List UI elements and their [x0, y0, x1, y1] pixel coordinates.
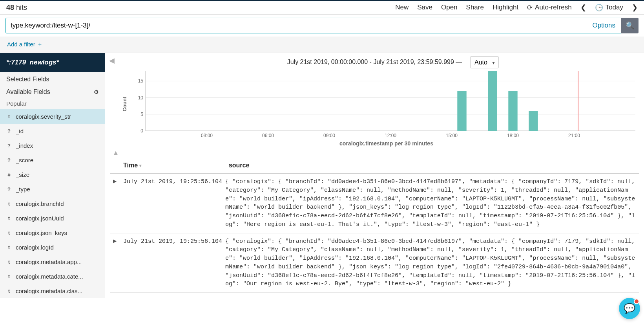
field-type-icon: t: [6, 288, 12, 294]
plus-icon: ＋: [37, 40, 43, 48]
field-name: coralogix.metadata.cate...: [16, 273, 83, 280]
field-type-icon: t: [6, 230, 12, 236]
expand-row-icon[interactable]: ▶: [113, 237, 123, 289]
row-source: { "coralogix": { "branchId": "dd0adee4-b…: [225, 237, 636, 289]
expand-row-icon[interactable]: ▶: [113, 178, 123, 229]
share-button[interactable]: Share: [466, 4, 484, 11]
available-fields-header: Available Fields ⚙: [0, 84, 105, 97]
field-type-icon: t: [6, 201, 12, 207]
add-filter-button[interactable]: Add a filter ＋: [7, 40, 43, 48]
field-name: _index: [16, 142, 33, 149]
svg-text:21:00: 21:00: [568, 133, 580, 138]
refresh-icon: ⟳: [527, 4, 533, 12]
field-item[interactable]: ?_id: [0, 124, 105, 138]
svg-text:18:00: 18:00: [507, 133, 519, 138]
search-options-link[interactable]: Options: [587, 22, 621, 29]
field-item[interactable]: tcoralogix.logId: [0, 240, 105, 255]
field-type-icon: ?: [6, 157, 12, 163]
table-row: ▶July 21st 2019, 19:25:56.104{ "coralogi…: [110, 174, 639, 233]
field-name: coralogix.branchId: [16, 200, 64, 207]
new-button[interactable]: New: [395, 4, 409, 11]
main-content: ◀ July 21st 2019, 00:00:00.000 - July 21…: [105, 53, 644, 298]
search-input-wrap: Options: [5, 18, 621, 33]
svg-text:5: 5: [140, 112, 143, 117]
hit-count: 48 hits: [6, 4, 27, 12]
index-pattern-selector[interactable]: *:7179_newlogs*: [0, 53, 105, 72]
row-source: { "coralogix": { "branchId": "dd0adee4-b…: [225, 178, 636, 229]
table-header: Time▾ _source: [110, 158, 639, 174]
time-next-button[interactable]: ❯: [632, 3, 638, 12]
svg-rect-20: [529, 111, 538, 131]
save-button[interactable]: Save: [417, 4, 432, 11]
row-time: July 21st 2019, 19:25:56.104: [123, 178, 225, 229]
field-type-icon: ?: [6, 143, 12, 149]
gear-icon[interactable]: ⚙: [94, 89, 99, 95]
search-input[interactable]: [6, 22, 587, 29]
field-type-icon: t: [6, 215, 12, 221]
interval-select[interactable]: Auto: [470, 56, 499, 68]
search-icon: 🔍: [626, 21, 634, 30]
clock-icon: 🕒: [595, 4, 603, 12]
highlight-button[interactable]: Highlight: [493, 4, 518, 11]
svg-text:06:00: 06:00: [262, 133, 274, 138]
sidebar: *:7179_newlogs* Selected Fields Availabl…: [0, 53, 105, 298]
field-name: _score: [16, 157, 33, 163]
svg-text:15:00: 15:00: [446, 133, 458, 138]
collapse-chart-icon[interactable]: ▲: [112, 149, 639, 157]
field-name: _type: [16, 186, 30, 193]
field-item[interactable]: tcoralogix.branchId: [0, 196, 105, 211]
selected-fields-header: Selected Fields: [0, 72, 105, 84]
field-type-icon: ?: [6, 186, 12, 192]
svg-text:15: 15: [138, 78, 144, 84]
chart-time-range: July 21st 2019, 00:00:00.000 - July 21st…: [110, 55, 639, 66]
svg-text:0: 0: [140, 128, 143, 134]
svg-rect-18: [488, 71, 497, 131]
topbar: 48 hits New Save Open Share Highlight ⟳A…: [0, 0, 644, 15]
auto-refresh-button[interactable]: ⟳Auto-refresh: [527, 4, 572, 12]
field-type-icon: t: [6, 114, 12, 119]
table-row: ▶July 21st 2019, 19:25:56.104{ "coralogi…: [110, 233, 639, 293]
row-time: July 21st 2019, 19:25:56.104: [123, 237, 225, 289]
topbar-actions: New Save Open Share Highlight ⟳Auto-refr…: [395, 3, 638, 12]
histogram-chart[interactable]: Count 05101503:0006:0009:0012:0015:0018:…: [122, 69, 639, 139]
time-picker-today[interactable]: 🕒Today: [595, 4, 623, 12]
column-time[interactable]: Time▾: [123, 162, 225, 169]
filter-bar: Add a filter ＋: [0, 37, 644, 53]
search-submit-button[interactable]: 🔍: [621, 18, 639, 33]
field-name: coralogix.metadata.app...: [16, 259, 82, 265]
field-item[interactable]: tcoralogix.jsonUuid: [0, 211, 105, 226]
field-type-icon: ?: [6, 128, 12, 134]
results-table: Time▾ _source ▶July 21st 2019, 19:25:56.…: [110, 158, 639, 293]
collapse-sidebar-icon[interactable]: ◀: [109, 56, 115, 65]
field-item[interactable]: ?_score: [0, 153, 105, 167]
svg-text:03:00: 03:00: [201, 133, 213, 138]
field-type-icon: t: [6, 273, 12, 279]
field-name: coralogix.metadata.clas...: [16, 288, 82, 294]
field-item[interactable]: tcoralogix.json_keys: [0, 226, 105, 240]
field-item[interactable]: tcoralogix.severity_str: [0, 109, 105, 124]
search-row: Options 🔍: [0, 15, 644, 33]
x-axis-label: coralogix.timestamp per 30 minutes: [133, 140, 639, 147]
field-item[interactable]: tcoralogix.metadata.app...: [0, 255, 105, 269]
field-item[interactable]: tcoralogix.metadata.clas...: [0, 284, 105, 298]
time-prev-button[interactable]: ❮: [580, 3, 586, 12]
field-item[interactable]: #_size: [0, 167, 105, 182]
field-type-icon: t: [6, 259, 12, 265]
field-item[interactable]: tcoralogix.metadata.cate...: [0, 269, 105, 284]
svg-text:10: 10: [138, 95, 144, 101]
field-name: coralogix.jsonUuid: [16, 215, 64, 222]
field-name: coralogix.json_keys: [16, 229, 67, 236]
y-axis-label: Count: [122, 97, 128, 112]
field-type-icon: #: [6, 172, 12, 178]
field-item[interactable]: ?_type: [0, 182, 105, 196]
field-type-icon: t: [6, 244, 12, 250]
svg-text:09:00: 09:00: [323, 133, 335, 138]
svg-rect-19: [508, 91, 517, 131]
sort-desc-icon: ▾: [139, 163, 142, 168]
field-name: _id: [16, 128, 24, 134]
popular-label: Popular: [0, 97, 105, 109]
column-source[interactable]: _source: [225, 162, 249, 169]
open-button[interactable]: Open: [441, 4, 458, 11]
field-name: _size: [16, 171, 29, 178]
field-item[interactable]: ?_index: [0, 138, 105, 153]
